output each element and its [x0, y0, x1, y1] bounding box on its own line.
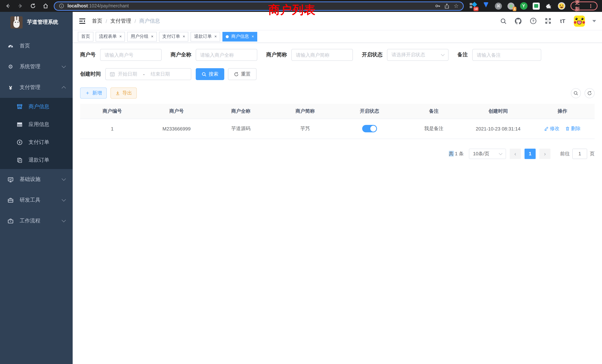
tab-home[interactable]: 首页	[78, 32, 93, 41]
tab-pay-order[interactable]: 支付订单×	[159, 32, 189, 41]
page-size-select[interactable]: 10条/页	[469, 149, 506, 159]
filter-label-full-name: 商户全称	[171, 52, 191, 58]
browser-forward-icon[interactable]	[17, 3, 23, 9]
breadcrumb-payment[interactable]: 支付管理	[110, 18, 131, 24]
extension-recorder-icon[interactable]: 1	[507, 2, 515, 10]
cell-merchant-no: M233666999	[144, 119, 209, 139]
search-icon	[573, 91, 578, 96]
plus-icon: ＋	[85, 90, 90, 96]
help-icon[interactable]: ?	[529, 17, 537, 25]
sidebar-item-payment[interactable]: ¥ 支付管理	[0, 77, 73, 98]
add-button[interactable]: ＋ 新增	[80, 87, 107, 99]
share-icon[interactable]	[444, 3, 450, 9]
tab-process-form[interactable]: 流程表单×	[96, 32, 125, 41]
status-select[interactable]: 请选择开启状态	[387, 49, 449, 61]
proxy-bars-icon	[470, 3, 472, 9]
extension-chat-icon[interactable]	[532, 2, 540, 10]
toggle-search-button[interactable]	[571, 88, 581, 98]
merchant-no-input[interactable]	[100, 49, 162, 61]
toolbox-icon	[7, 197, 14, 203]
tab-merchant-info[interactable]: 商户信息×	[222, 32, 258, 41]
page-number-1[interactable]: 1	[525, 149, 536, 159]
delete-button[interactable]: 删除	[566, 125, 581, 132]
sidebar-item-home[interactable]: 首页	[0, 36, 73, 56]
chevron-down-icon	[499, 151, 503, 155]
download-icon	[115, 91, 120, 96]
close-icon[interactable]: ×	[151, 34, 153, 39]
app-logo-row[interactable]: 芋道管理系统	[0, 12, 73, 33]
prev-page-button[interactable]: ‹	[510, 149, 521, 159]
breadcrumb-home[interactable]: 首页	[92, 18, 102, 24]
browser-extensions: 10 ⌘ 1 Y	[469, 2, 565, 10]
sidebar-item-workflow[interactable]: 工作流程	[0, 211, 73, 231]
reset-button[interactable]: 重置	[228, 68, 257, 80]
sidebar-item-app-info[interactable]: 应用信息	[0, 116, 73, 133]
user-avatar[interactable]	[574, 15, 585, 26]
extension-badge-ten: 10	[473, 7, 479, 11]
browser-back-icon[interactable]	[4, 3, 11, 9]
font-size-icon[interactable]: tT	[559, 17, 566, 25]
extension-proxy-icon[interactable]: 10	[469, 2, 477, 10]
goto-page-input[interactable]	[572, 149, 587, 159]
sidebar-item-merchant-info[interactable]: 商户信息	[0, 98, 73, 116]
chevron-down-icon	[441, 53, 445, 56]
browser-menu-icon[interactable]: ⋮	[588, 3, 593, 9]
tab-user-group[interactable]: 用户分组×	[127, 32, 157, 41]
cell-merchant-id: 1	[80, 119, 144, 139]
status-toggle[interactable]	[362, 125, 377, 132]
sidebar-item-refund-order[interactable]: 退款订单	[0, 151, 73, 169]
sidebar-item-label: 支付订单	[29, 139, 49, 146]
extension-yudao-icon[interactable]: Y	[520, 2, 527, 10]
documents-icon	[16, 157, 23, 163]
extension-badge-one: 1	[513, 7, 516, 11]
store-icon	[16, 104, 23, 110]
close-icon[interactable]: ×	[119, 34, 122, 39]
screen: localhost:1024/pay/merchant ☆ 10 ⌘ 1 Y	[0, 0, 602, 364]
trash-icon	[566, 126, 570, 131]
tab-refund-order[interactable]: 退款订单×	[191, 32, 220, 41]
edit-button[interactable]: 修改	[544, 125, 559, 132]
fullscreen-icon[interactable]	[544, 17, 552, 25]
short-name-input[interactable]	[291, 49, 353, 61]
dashboard-icon	[7, 43, 14, 49]
pagination: 共 1 条 10条/页 ‹ 1 › 前往 页	[80, 149, 595, 159]
create-time-range-picker[interactable]: 开始日期 - 结束日期	[105, 68, 191, 80]
sidebar-item-infrastructure[interactable]: 基础设施	[0, 169, 73, 190]
user-menu-caret-icon[interactable]	[592, 20, 596, 24]
export-button[interactable]: 导出	[110, 87, 137, 99]
browser-update-button[interactable]: 更新 ⋮	[570, 1, 598, 10]
refresh-table-button[interactable]	[585, 88, 595, 98]
extensions-puzzle-icon[interactable]	[545, 2, 553, 10]
browser-profile-avatar[interactable]	[558, 2, 565, 10]
merchant-table: 商户编号 商户号 商户全称 商户简称 开启状态 备注 创建时间 操作 1	[80, 104, 595, 139]
remark-input[interactable]	[472, 49, 541, 61]
bookmark-star-icon[interactable]: ☆	[453, 3, 459, 9]
breadcrumb-current: 商户信息	[139, 18, 160, 24]
site-info-icon[interactable]	[58, 3, 64, 9]
close-icon[interactable]: ×	[215, 34, 217, 39]
browser-home-icon[interactable]	[42, 3, 49, 9]
full-name-input[interactable]	[196, 49, 257, 61]
sidebar-item-pay-order[interactable]: ¥ 支付订单	[0, 133, 73, 151]
extension-command-icon[interactable]: ⌘	[494, 2, 502, 10]
col-status: 开启状态	[337, 104, 402, 119]
search-button[interactable]: 搜索	[196, 68, 224, 80]
breadcrumb: 首页 / 支付管理 / 商户信息	[92, 18, 160, 24]
sidebar-collapse-icon[interactable]	[79, 17, 86, 25]
search-icon[interactable]	[500, 17, 507, 25]
url-text[interactable]: localhost:1024/pay/merchant	[67, 3, 431, 9]
sidebar-item-system[interactable]: ⚙ 系统管理	[0, 56, 73, 77]
browser-reload-icon[interactable]	[30, 3, 36, 9]
sidebar-item-dev-tools[interactable]: 研发工具	[0, 190, 73, 211]
extension-pin-icon[interactable]	[482, 2, 490, 10]
yen-circle-icon: ¥	[16, 139, 23, 145]
chevron-down-icon	[62, 197, 66, 202]
close-icon[interactable]: ×	[183, 34, 185, 39]
next-page-button[interactable]: ›	[539, 149, 550, 159]
password-key-icon[interactable]	[434, 3, 441, 9]
monitor-icon	[7, 176, 14, 182]
url-bar[interactable]: localhost:1024/pay/merchant ☆	[54, 1, 464, 11]
github-icon[interactable]	[515, 17, 522, 25]
page-content: 商户号 商户全称 商户简称 开启状态 请选择开启状态	[73, 43, 602, 364]
close-icon[interactable]: ×	[252, 34, 254, 39]
